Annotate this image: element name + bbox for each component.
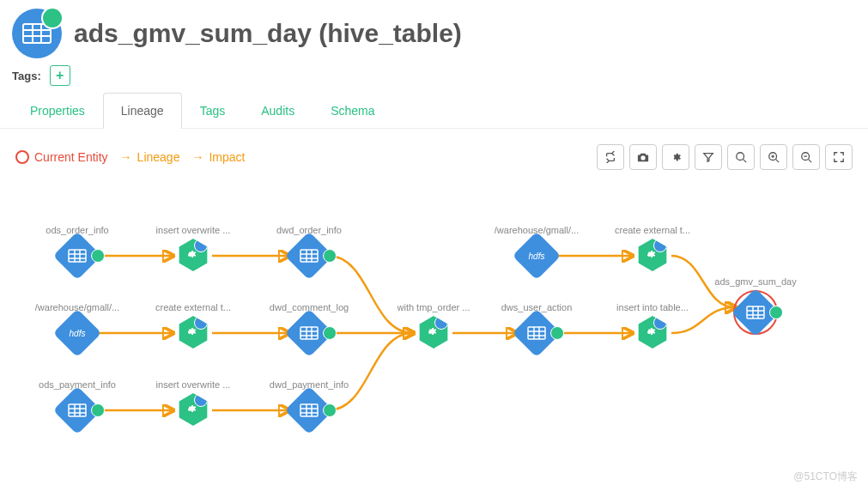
tab-schema[interactable]: Schema xyxy=(313,93,392,128)
node-dwd_comment_log[interactable]: dwd_comment_log xyxy=(262,302,356,350)
node-wh1[interactable]: /warehouse/gmall/...hdfs xyxy=(30,302,124,350)
node-with_tmp[interactable]: with tmp_order ... xyxy=(386,302,481,349)
svg-rect-34 xyxy=(300,404,318,416)
node-label: insert overwrite ... xyxy=(156,379,231,390)
node-wh2[interactable]: /warehouse/gmall/...hdfs xyxy=(489,225,584,273)
zoom-out-button[interactable] xyxy=(792,144,820,170)
node-proc_io2[interactable]: insert overwrite ... xyxy=(146,379,240,426)
svg-rect-29 xyxy=(69,404,86,416)
node-proc_ce1[interactable]: create external t... xyxy=(146,302,240,349)
legend: Current Entity →Lineage →Impact xyxy=(15,150,245,164)
entity-type-badge xyxy=(12,9,62,58)
watermark: @51CTO博客 xyxy=(793,470,858,484)
node-dws_user_action[interactable]: dws_user_action xyxy=(489,302,584,350)
node-label: insert overwrite ... xyxy=(156,225,231,235)
reset-button[interactable] xyxy=(597,144,624,170)
svg-rect-39 xyxy=(528,327,545,339)
node-label: create external t... xyxy=(615,225,690,235)
hdfs-icon: hdfs xyxy=(53,309,102,358)
add-tag-button[interactable]: + xyxy=(50,65,70,86)
svg-rect-24 xyxy=(300,327,318,339)
svg-point-5 xyxy=(737,153,744,161)
tab-audits[interactable]: Audits xyxy=(243,93,313,128)
node-label: insert into table... xyxy=(616,302,689,312)
process-icon xyxy=(177,393,209,426)
table-icon xyxy=(513,309,561,358)
svg-line-6 xyxy=(744,160,747,163)
node-ods_order_info[interactable]: ods_order_info xyxy=(30,225,124,273)
zoom-default-button[interactable] xyxy=(727,144,755,170)
table-icon xyxy=(285,232,334,281)
process-icon xyxy=(177,239,209,271)
fullscreen-button[interactable] xyxy=(825,144,853,170)
svg-rect-19 xyxy=(300,250,318,262)
node-ods_payment_info[interactable]: ods_payment_info xyxy=(30,379,124,427)
table-icon xyxy=(285,386,334,435)
camera-button[interactable] xyxy=(629,144,657,170)
lineage-canvas[interactable]: ods_order_infoinsert overwrite ...dwd_or… xyxy=(0,191,868,465)
node-proc_ce2[interactable]: create external t... xyxy=(605,225,700,271)
badge-overlay-icon xyxy=(41,7,64,29)
lineage-toolbar xyxy=(597,144,853,170)
node-label: ads_gmv_sum_day xyxy=(714,276,796,287)
svg-rect-44 xyxy=(747,306,764,318)
node-label: create external t... xyxy=(155,302,231,312)
tabs: PropertiesLineageTagsAuditsSchema xyxy=(0,93,868,129)
process-icon xyxy=(636,239,669,271)
page-title: ads_gmv_sum_day (hive_table) xyxy=(74,19,462,48)
settings-button[interactable] xyxy=(662,144,689,170)
table-icon xyxy=(53,232,102,281)
filter-button[interactable] xyxy=(695,144,722,170)
current-entity-ring xyxy=(733,290,778,335)
zoom-in-button[interactable] xyxy=(760,144,787,170)
node-ads_gmv_sum_day[interactable]: ads_gmv_sum_day xyxy=(708,276,803,335)
process-icon xyxy=(177,316,209,349)
tags-label: Tags: xyxy=(12,70,41,82)
node-proc_iit[interactable]: insert into table... xyxy=(605,302,700,349)
process-icon xyxy=(636,316,669,349)
svg-line-12 xyxy=(809,160,812,163)
node-dwd_order_info[interactable]: dwd_order_info xyxy=(262,225,356,273)
svg-rect-14 xyxy=(69,250,86,262)
tab-properties[interactable]: Properties xyxy=(12,93,103,128)
table-icon xyxy=(285,309,334,358)
legend-lineage: →Lineage xyxy=(120,150,180,164)
tab-lineage[interactable]: Lineage xyxy=(103,93,182,129)
table-icon xyxy=(53,386,102,435)
legend-impact: →Impact xyxy=(191,150,245,164)
node-label: with tmp_order ... xyxy=(398,302,470,312)
node-dwd_payment_info[interactable]: dwd_payment_info xyxy=(262,379,356,427)
tab-tags[interactable]: Tags xyxy=(182,93,244,128)
node-proc_io1[interactable]: insert overwrite ... xyxy=(146,225,240,271)
svg-line-8 xyxy=(776,160,780,163)
process-icon xyxy=(417,316,450,349)
legend-current-entity: Current Entity xyxy=(15,150,108,164)
hdfs-icon: hdfs xyxy=(513,232,561,281)
table-icon xyxy=(731,288,780,337)
